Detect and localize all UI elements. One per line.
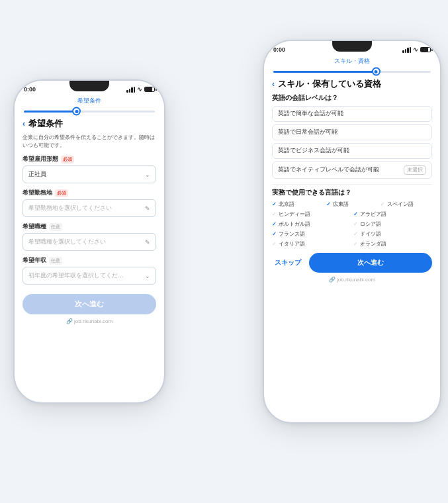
question-section-1: 英語の会話レベルは？ 英語で簡単な会話が可能 英語で日常会話が可能 英語でビジネ… <box>272 94 432 179</box>
time-left: 0:00 <box>24 86 36 93</box>
page-subtitle-left: 企業に自分の希望条件を伝えることができます。随時はいつも可能です。 <box>22 134 156 150</box>
progress-thumb-left <box>72 107 81 116</box>
footer-url-right: 🔗 job.rikunabi.com <box>272 277 432 283</box>
notch-left <box>69 81 109 91</box>
lang-grid-row4: ✓ フランス語 ✓ ドイツ語 <box>272 230 432 238</box>
field-placeholder-1: 希望勤務地を選択してください <box>28 204 112 212</box>
field-label-row-1: 希望勤務地 必須 <box>22 189 156 197</box>
field-tag-2: 任意 <box>49 223 62 231</box>
lang-item-2[interactable]: ✓ スペイン語 <box>381 201 432 208</box>
pencil-icon-2: ✎ <box>145 239 150 246</box>
lang-item-9[interactable]: ✓ イタリア語 <box>272 240 351 248</box>
option-item-3[interactable]: 英語でネイティブレベルで会話が可能 未選択 <box>272 161 432 179</box>
lang-grid-row2: ✓ ヒンディー語 ✓ アラビア語 <box>272 210 432 218</box>
chevron-down-icon-0: ⌄ <box>145 171 150 178</box>
field-select-3[interactable]: 初年度の希望年収を選択してくだ… ⌄ <box>22 267 156 285</box>
question-title-2: 実務で使用できる言語は？ <box>272 189 432 197</box>
field-select-2[interactable]: 希望職種を選択してください ✎ <box>22 233 156 251</box>
field-label-0: 希望雇用形態 <box>22 155 58 163</box>
progress-label-left: 希望条件 <box>24 97 155 105</box>
phone-content-right: ‹ スキル・保有している資格 英語の会話レベルは？ 英語で簡単な会話が可能 英語… <box>264 78 440 288</box>
field-label-2: 希望職種 <box>22 222 46 231</box>
progress-bar-left <box>24 107 155 115</box>
check-icon-4: ✓ <box>353 211 358 217</box>
signal-icon-left <box>126 87 135 93</box>
back-arrow-right[interactable]: ‹ <box>272 79 275 89</box>
chevron-down-icon-3: ⌄ <box>145 273 150 279</box>
question-title-1: 英語の会話レベルは？ <box>272 94 432 103</box>
lang-item-10[interactable]: ✓ オランダ語 <box>353 240 432 248</box>
progress-section-left: 希望条件 <box>15 94 164 118</box>
field-tag-0: 必須 <box>61 156 74 163</box>
lang-item-6[interactable]: ✓ ロシア語 <box>353 220 432 228</box>
progress-fill-left <box>24 111 76 113</box>
question-section-2: 実務で使用できる言語は？ ✓ 北京語 ✓ 広東語 ✓ スペイン語 <box>272 189 432 248</box>
field-value-0: 正社員 <box>28 170 46 179</box>
lang-item-1[interactable]: ✓ 広東語 <box>326 201 378 208</box>
field-label-row-3: 希望年収 任意 <box>22 256 156 265</box>
next-button-left[interactable]: 次へ進む <box>22 294 156 314</box>
footer-url-left: 🔗 job.rikunabi.com <box>22 318 156 324</box>
lang-item-8[interactable]: ✓ ドイツ語 <box>353 230 432 238</box>
lang-item-3[interactable]: ✓ ヒンディー語 <box>272 210 351 218</box>
page-title-row-left: ‹ 希望条件 <box>22 118 156 130</box>
field-placeholder-2: 希望職種を選択してください <box>28 238 106 246</box>
lang-grid-row5: ✓ イタリア語 ✓ オランダ語 <box>272 240 432 248</box>
wifi-icon-right: ∿ <box>413 46 418 53</box>
field-tag-1: 必須 <box>55 189 68 197</box>
page-title-right: スキル・保有している資格 <box>278 78 381 90</box>
field-tag-3: 任意 <box>49 257 62 265</box>
check-icon-0: ✓ <box>272 201 277 207</box>
left-phone: 0:00 ∿ 希望条件 <box>13 79 165 404</box>
back-arrow-left[interactable]: ‹ <box>22 119 25 128</box>
pencil-icon-1: ✎ <box>145 205 150 212</box>
time-right: 0:00 <box>273 46 285 53</box>
status-icons-left: ∿ <box>126 86 155 93</box>
lang-item-7[interactable]: ✓ フランス語 <box>272 230 351 238</box>
progress-section-right: スキル・資格 <box>264 54 440 78</box>
field-select-1[interactable]: 希望勤務地を選択してください ✎ <box>22 199 156 217</box>
check-icon-7: ✓ <box>272 231 277 237</box>
lang-grid-row3: ✓ ポルトガル語 ✓ ロシア語 <box>272 220 432 228</box>
option-item-2[interactable]: 英語でビジネス会話が可能 <box>272 143 432 159</box>
field-select-0[interactable]: 正社員 ⌄ <box>22 165 156 183</box>
page-title-left: 希望条件 <box>28 118 63 130</box>
phone-content-left: ‹ 希望条件 企業に自分の希望条件を伝えることができます。随時はいつも可能です。… <box>15 118 164 330</box>
progress-fill-right <box>273 71 376 73</box>
progress-label-right: スキル・資格 <box>273 57 431 66</box>
progress-track-left <box>24 111 155 113</box>
field-label-1: 希望勤務地 <box>22 189 52 197</box>
progress-track-right <box>273 71 431 73</box>
battery-icon-left <box>144 87 155 92</box>
status-icons-right: ∿ <box>402 46 431 53</box>
option-badge-3: 未選択 <box>404 165 426 175</box>
option-text-3: 英語でネイティブレベルで会話が可能 <box>278 166 379 174</box>
progress-bar-right <box>273 68 431 75</box>
phones-container: 0:00 ∿ 希望条件 <box>0 0 448 503</box>
lang-item-0[interactable]: ✓ 北京語 <box>272 201 324 208</box>
check-icon-1: ✓ <box>326 201 331 207</box>
field-label-3: 希望年収 <box>22 256 46 265</box>
progress-thumb-right <box>372 68 381 76</box>
signal-icon-right <box>402 47 411 53</box>
wifi-icon-left: ∿ <box>137 86 142 93</box>
skip-button-right[interactable]: スキップ <box>272 254 304 271</box>
option-item-0[interactable]: 英語で簡単な会話が可能 <box>272 106 432 122</box>
field-placeholder-3: 初年度の希望年収を選択してくだ… <box>28 271 124 280</box>
lang-item-5[interactable]: ✓ ポルトガル語 <box>272 220 351 228</box>
field-label-row-0: 希望雇用形態 必須 <box>22 155 156 163</box>
bottom-action-row-right: スキップ 次へ進む <box>272 253 432 273</box>
lang-item-4[interactable]: ✓ アラビア語 <box>353 210 432 218</box>
option-item-1[interactable]: 英語で日常会話が可能 <box>272 124 432 140</box>
check-icon-5: ✓ <box>272 221 277 227</box>
battery-icon-right <box>420 47 431 52</box>
next-button-right[interactable]: 次へ進む <box>309 253 432 273</box>
divider-1 <box>272 184 432 185</box>
field-label-row-2: 希望職種 任意 <box>22 222 156 231</box>
right-phone: 0:00 ∿ スキル・資格 <box>263 40 441 424</box>
page-title-row-right: ‹ スキル・保有している資格 <box>272 78 432 90</box>
notch-right <box>332 41 372 52</box>
lang-grid-row1: ✓ 北京語 ✓ 広東語 ✓ スペイン語 <box>272 201 432 208</box>
